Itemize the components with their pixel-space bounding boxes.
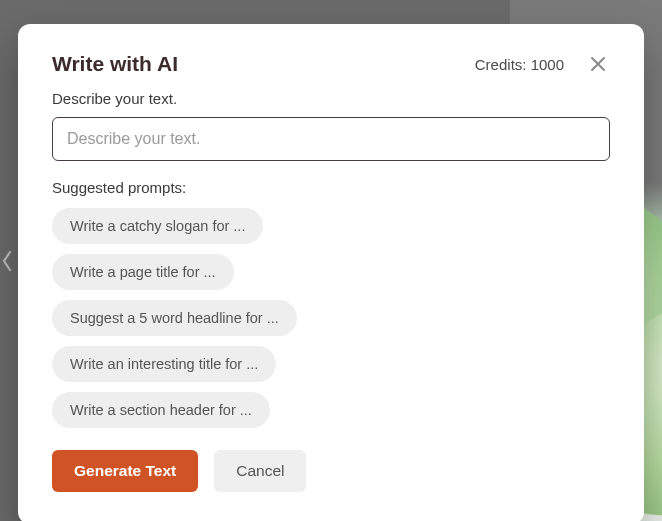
modal-actions: Generate Text Cancel (52, 450, 610, 492)
modal-title: Write with AI (52, 52, 178, 76)
close-button[interactable] (586, 52, 610, 76)
cancel-button[interactable]: Cancel (214, 450, 306, 492)
suggested-prompt[interactable]: Write a page title for ... (52, 254, 234, 290)
suggested-prompt[interactable]: Write a section header for ... (52, 392, 270, 428)
close-icon (589, 55, 607, 73)
chevron-left-icon (1, 249, 13, 273)
suggested-prompts-list: Write a catchy slogan for ... Write a pa… (52, 208, 610, 428)
describe-input[interactable] (52, 117, 610, 161)
modal-header: Write with AI Credits: 1000 (52, 52, 610, 76)
suggested-prompt[interactable]: Write a catchy slogan for ... (52, 208, 263, 244)
suggested-prompt[interactable]: Suggest a 5 word headline for ... (52, 300, 297, 336)
write-with-ai-modal: Write with AI Credits: 1000 Describe you… (18, 24, 644, 521)
carousel-prev-button[interactable] (0, 231, 14, 291)
generate-text-button[interactable]: Generate Text (52, 450, 198, 492)
suggested-prompts-label: Suggested prompts: (52, 179, 610, 196)
suggested-prompt[interactable]: Write an interesting title for ... (52, 346, 276, 382)
describe-label: Describe your text. (52, 90, 610, 107)
credits-label: Credits: 1000 (475, 56, 564, 73)
